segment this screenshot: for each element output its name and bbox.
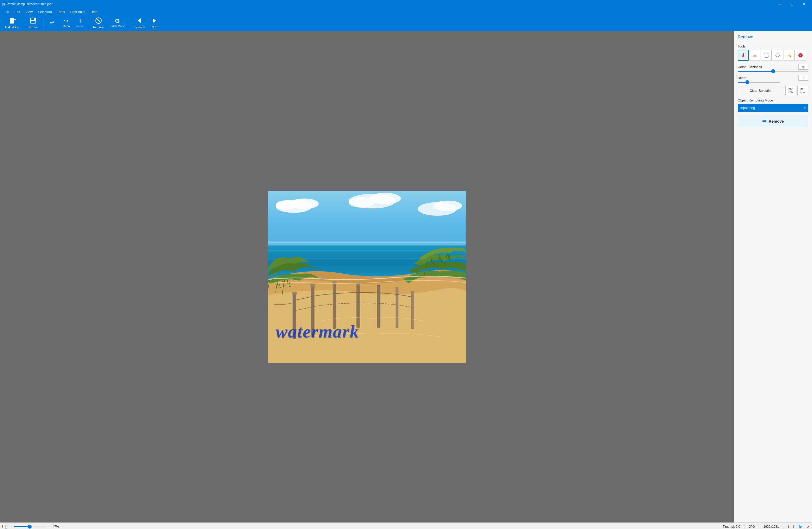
tools-row: [738, 50, 808, 61]
color-fuzziness-slider[interactable]: [738, 71, 808, 72]
import-label: Import: [76, 25, 85, 28]
obj-mode-select[interactable]: Inpainting Content-Aware Fill Texture Sy…: [738, 104, 808, 112]
minimize-button[interactable]: ─: [774, 0, 786, 8]
remove-toolbar-icon: [95, 17, 102, 25]
save-as-icon: [30, 17, 37, 25]
svg-marker-46: [789, 56, 789, 58]
dilate-header: Dilate 2: [738, 75, 808, 81]
obj-mode-section: Object Removing Mode Inpainting Content-…: [738, 98, 808, 112]
remove-toolbar-button[interactable]: Remove: [90, 16, 106, 30]
twitter-icon[interactable]: 🐦: [798, 525, 802, 529]
eraser-tool-button[interactable]: [749, 50, 760, 61]
next-icon: [151, 17, 158, 25]
dilate-slider[interactable]: [738, 82, 780, 83]
dilate-section: Dilate 2: [738, 75, 808, 83]
info-circle-icon[interactable]: ℹ: [787, 525, 789, 529]
remove-toolbar-label: Remove: [93, 26, 104, 29]
panel-title: Remove: [738, 35, 808, 41]
menu-help[interactable]: Help: [88, 10, 100, 14]
tools-section: Tools: [738, 44, 808, 61]
previous-icon: [135, 17, 142, 25]
svg-rect-42: [764, 53, 768, 57]
previous-button[interactable]: Previous: [131, 16, 147, 30]
batch-mode-button[interactable]: ⚙ Batch Mode: [107, 17, 128, 29]
stamp-tool-button[interactable]: [795, 50, 806, 61]
select-extra-btn-2[interactable]: [797, 86, 808, 95]
redo-button[interactable]: ↪ Redo: [59, 17, 73, 29]
remove-button[interactable]: ➡ Remove: [738, 115, 808, 127]
svg-point-16: [349, 197, 375, 208]
menu-softorbits[interactable]: SoftOrbits: [68, 10, 88, 14]
add-files-icon: [10, 17, 16, 25]
zoom-percent: 47%: [53, 525, 59, 528]
title-bar-controls: ─ □ ✕: [774, 0, 810, 8]
color-fuzziness-label: Color Fuzziness: [738, 65, 762, 69]
clear-selection-row: Clear Selection: [738, 86, 808, 95]
svg-marker-45: [787, 55, 788, 56]
app-icon: 🖼: [2, 2, 5, 6]
toolbar-sep-2: [89, 18, 89, 28]
watermark-overlay: watermark: [276, 321, 359, 342]
svg-rect-51: [800, 55, 801, 56]
menu-edit[interactable]: Edit: [12, 10, 23, 14]
clear-selection-button[interactable]: Clear Selection: [738, 86, 784, 95]
rect-select-button[interactable]: [760, 50, 772, 61]
magic-wand-button[interactable]: [784, 50, 795, 61]
maximize-button[interactable]: □: [786, 0, 798, 8]
svg-rect-25: [292, 292, 297, 295]
zoom-control: - + 47%: [11, 525, 59, 529]
image-container: watermark: [268, 191, 466, 363]
window-title: Photo Stamp Remover - thin.jpg*: [7, 2, 53, 6]
menu-bar: File Edit View Selection Tools SoftOrbit…: [0, 8, 812, 15]
add-files-button[interactable]: Add File(s)...: [2, 16, 24, 30]
zoom-in-button[interactable]: +: [48, 525, 52, 529]
menu-file[interactable]: File: [1, 10, 12, 14]
crop-icon[interactable]: ⬚: [5, 525, 8, 529]
obj-mode-label: Object Removing Mode: [738, 98, 808, 102]
svg-rect-27: [310, 284, 315, 287]
zoom-slider[interactable]: [14, 526, 47, 527]
svg-rect-52: [789, 88, 793, 92]
facebook-icon[interactable]: f: [793, 525, 794, 529]
menu-tools[interactable]: Tools: [55, 10, 68, 14]
toolbar: Add File(s)... Save as... ↩ ↪ Redo ⬇ Imp…: [0, 15, 812, 31]
svg-rect-33: [395, 287, 398, 328]
status-divider-3: [783, 525, 783, 529]
lasso-tool-button[interactable]: [772, 50, 783, 61]
next-button[interactable]: Next: [148, 16, 161, 30]
color-fuzziness-value[interactable]: 50: [798, 64, 808, 70]
menu-selection[interactable]: Selection: [35, 10, 54, 14]
menu-view[interactable]: View: [23, 10, 35, 14]
zoom-out-button[interactable]: -: [11, 525, 13, 529]
svg-marker-44: [789, 53, 789, 55]
select-extra-btn-1[interactable]: [785, 86, 796, 95]
canvas-area[interactable]: watermark: [0, 31, 734, 523]
batch-mode-label: Batch Mode: [110, 25, 125, 28]
previous-label: Previous: [133, 26, 145, 29]
undo-icon: ↩: [50, 20, 55, 26]
svg-point-18: [433, 201, 462, 211]
dilate-value[interactable]: 2: [798, 75, 808, 81]
remove-arrow-icon: ➡: [762, 118, 767, 124]
info-icon[interactable]: ℹ: [2, 525, 3, 529]
share-icon[interactable]: ↗: [807, 525, 810, 529]
svg-rect-53: [790, 89, 792, 91]
svg-rect-23: [268, 242, 466, 245]
clear-selection-label: Clear Selection: [750, 89, 772, 92]
import-button[interactable]: ⬇ Import: [74, 17, 87, 29]
svg-point-48: [788, 55, 789, 56]
undo-button[interactable]: ↩: [45, 19, 59, 27]
svg-rect-30: [357, 283, 360, 328]
svg-rect-32: [377, 285, 380, 328]
brush-tool-button[interactable]: [738, 50, 749, 61]
svg-rect-38: [742, 56, 744, 56]
status-divider-1: [744, 525, 744, 529]
svg-rect-55: [801, 89, 802, 90]
batch-mode-icon: ⚙: [115, 18, 120, 24]
save-as-button[interactable]: Save as...: [24, 16, 42, 30]
time-display: Time (s): 2.0: [723, 525, 740, 528]
toolbar-sep-3: [129, 18, 129, 28]
status-right: Time (s): 2.0 JPG 1920x1281 ℹ f 🐦 ↗: [723, 525, 810, 529]
title-bar-left: 🖼 Photo Stamp Remover - thin.jpg*: [2, 2, 53, 6]
close-button[interactable]: ✕: [798, 0, 810, 8]
